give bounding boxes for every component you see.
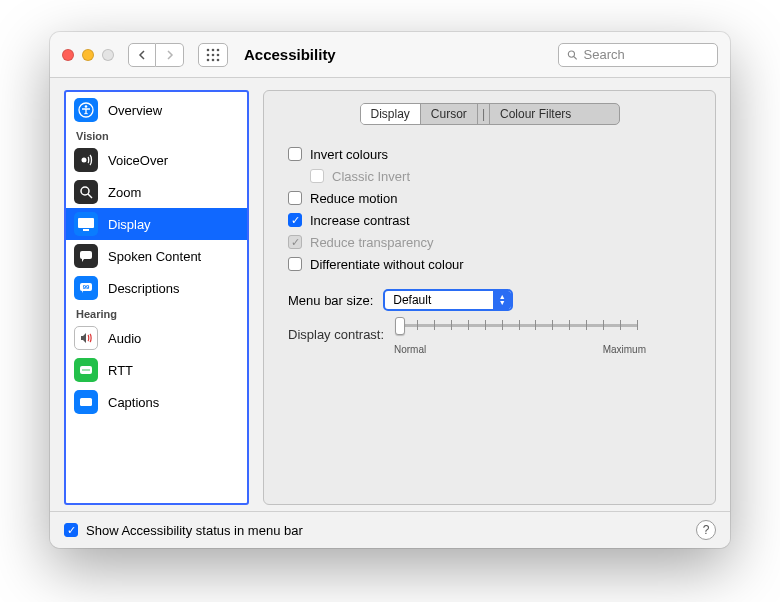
sidebar-item-label: Display xyxy=(108,217,151,232)
footer-label: Show Accessibility status in menu bar xyxy=(86,523,303,538)
zoom-window-button[interactable] xyxy=(102,49,114,61)
sidebar-item-captions[interactable]: Captions xyxy=(66,386,247,418)
svg-rect-26 xyxy=(80,398,92,406)
rtt-icon xyxy=(74,358,98,382)
sidebar-item-label: RTT xyxy=(108,363,133,378)
sidebar-item-voiceover[interactable]: VoiceOver xyxy=(66,144,247,176)
checkbox-show-status-menubar[interactable] xyxy=(64,523,78,537)
display-contrast-label: Display contrast: xyxy=(288,327,384,342)
svg-rect-21 xyxy=(80,366,92,374)
sidebar-item-overview[interactable]: Overview xyxy=(66,94,247,126)
menu-bar-size-label: Menu bar size: xyxy=(288,293,373,308)
svg-point-13 xyxy=(82,158,87,163)
option-increase-contrast[interactable]: Increase contrast xyxy=(288,209,697,231)
svg-point-23 xyxy=(84,369,86,371)
voiceover-icon xyxy=(74,148,98,172)
svg-point-3 xyxy=(207,53,210,56)
zoom-icon xyxy=(74,180,98,204)
forward-button[interactable] xyxy=(156,43,184,67)
search-input[interactable] xyxy=(584,47,709,62)
svg-point-9 xyxy=(568,51,574,57)
sidebar-item-label: Descriptions xyxy=(108,281,180,296)
option-label: Reduce transparency xyxy=(310,235,434,250)
svg-point-2 xyxy=(217,48,220,51)
checkbox-invert-colours[interactable] xyxy=(288,147,302,161)
option-label: Classic Invert xyxy=(332,169,410,184)
sidebar-scroll[interactable]: Overview Vision VoiceOver Zoom xyxy=(66,92,247,503)
svg-line-15 xyxy=(88,194,92,198)
menu-bar-size-select[interactable]: Default ▲▼ xyxy=(383,289,513,311)
search-icon xyxy=(567,49,578,61)
grid-icon xyxy=(206,48,220,62)
svg-point-1 xyxy=(212,48,215,51)
descriptions-icon: 99 xyxy=(74,276,98,300)
sidebar-item-descriptions[interactable]: 99 Descriptions xyxy=(66,272,247,304)
sidebar-item-label: Audio xyxy=(108,331,141,346)
option-reduce-motion[interactable]: Reduce motion xyxy=(288,187,697,209)
option-label: Invert colours xyxy=(310,147,388,162)
tab-display[interactable]: Display xyxy=(361,104,421,124)
svg-point-25 xyxy=(88,369,90,371)
close-window-button[interactable] xyxy=(62,49,74,61)
checkbox-reduce-motion[interactable] xyxy=(288,191,302,205)
slider-knob[interactable] xyxy=(395,317,405,335)
sidebar-item-spoken-content[interactable]: Spoken Content xyxy=(66,240,247,272)
tab-bar: Display Cursor | Colour Filters xyxy=(360,103,620,125)
checkbox-classic-invert xyxy=(310,169,324,183)
display-contrast-row: Display contrast: Normal Maximum xyxy=(288,327,697,355)
slider-min-label: Normal xyxy=(394,344,426,355)
sidebar: Overview Vision VoiceOver Zoom xyxy=(64,90,249,505)
minimize-window-button[interactable] xyxy=(82,49,94,61)
window-controls xyxy=(62,49,114,61)
show-all-button[interactable] xyxy=(198,43,228,67)
checkbox-reduce-transparency xyxy=(288,235,302,249)
svg-text:99: 99 xyxy=(83,284,90,290)
svg-point-12 xyxy=(85,105,88,108)
captions-icon xyxy=(74,390,98,414)
display-contrast-slider[interactable] xyxy=(400,316,638,334)
tab-cursor[interactable]: Cursor xyxy=(421,104,478,124)
sidebar-item-label: Spoken Content xyxy=(108,249,201,264)
sidebar-item-label: Captions xyxy=(108,395,159,410)
search-field[interactable] xyxy=(558,43,718,67)
sidebar-item-zoom[interactable]: Zoom xyxy=(66,176,247,208)
svg-rect-18 xyxy=(80,251,92,259)
tab-separator: | xyxy=(478,104,490,124)
back-button[interactable] xyxy=(128,43,156,67)
content-body: Overview Vision VoiceOver Zoom xyxy=(50,78,730,511)
svg-line-10 xyxy=(574,56,577,59)
svg-point-8 xyxy=(217,58,220,61)
sidebar-item-label: VoiceOver xyxy=(108,153,168,168)
settings-panel: Display Cursor | Colour Filters Invert c… xyxy=(263,90,716,505)
help-button[interactable]: ? xyxy=(696,520,716,540)
svg-point-24 xyxy=(86,369,88,371)
chevron-left-icon xyxy=(138,50,146,60)
checkbox-differentiate-colour[interactable] xyxy=(288,257,302,271)
svg-point-6 xyxy=(207,58,210,61)
sidebar-item-rtt[interactable]: RTT xyxy=(66,354,247,386)
sidebar-item-label: Zoom xyxy=(108,185,141,200)
option-reduce-transparency: Reduce transparency xyxy=(288,231,697,253)
option-classic-invert: Classic Invert xyxy=(288,165,697,187)
nav-buttons xyxy=(128,43,184,67)
svg-point-22 xyxy=(82,369,84,371)
checkbox-increase-contrast[interactable] xyxy=(288,213,302,227)
sidebar-item-audio[interactable]: Audio xyxy=(66,322,247,354)
page-title: Accessibility xyxy=(244,46,336,63)
system-prefs-window: Accessibility Overview Vision xyxy=(50,32,730,548)
svg-point-7 xyxy=(212,58,215,61)
svg-rect-16 xyxy=(78,218,94,228)
display-options: Invert colours Classic Invert Reduce mot… xyxy=(282,143,697,355)
option-differentiate-colour[interactable]: Differentiate without colour xyxy=(288,253,697,275)
option-label: Reduce motion xyxy=(310,191,397,206)
chevron-right-icon xyxy=(166,50,174,60)
option-label: Increase contrast xyxy=(310,213,410,228)
option-invert-colours[interactable]: Invert colours xyxy=(288,143,697,165)
accessibility-icon xyxy=(74,98,98,122)
svg-rect-17 xyxy=(83,229,89,231)
tab-colour-filters[interactable]: Colour Filters xyxy=(490,104,581,124)
svg-point-14 xyxy=(81,187,89,195)
sidebar-item-display[interactable]: Display xyxy=(66,208,247,240)
slider-max-label: Maximum xyxy=(603,344,646,355)
speech-bubble-icon xyxy=(74,244,98,268)
